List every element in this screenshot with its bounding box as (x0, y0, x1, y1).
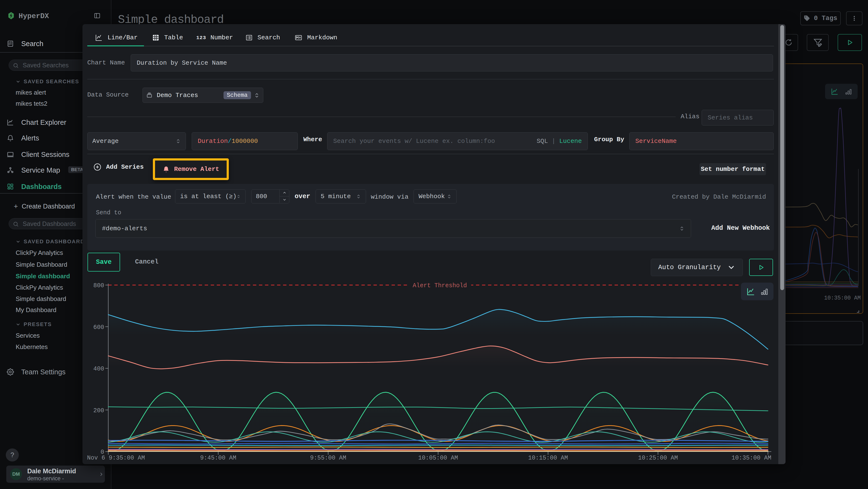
svg-text:10:15:00 AM: 10:15:00 AM (528, 455, 568, 461)
svg-text:9:45:00 AM: 9:45:00 AM (200, 455, 236, 461)
svg-text:Alert Threshold: Alert Threshold (412, 282, 467, 289)
svg-text:10:05:00 AM: 10:05:00 AM (418, 455, 458, 461)
svg-text:600: 600 (93, 324, 104, 331)
svg-text:0: 0 (100, 449, 104, 456)
svg-text:400: 400 (93, 366, 104, 372)
svg-text:10:35:00 AM: 10:35:00 AM (732, 455, 771, 461)
svg-text:10:25:00 AM: 10:25:00 AM (638, 455, 678, 461)
svg-text:9:55:00 AM: 9:55:00 AM (310, 455, 346, 461)
svg-text:800: 800 (93, 282, 104, 289)
svg-text:200: 200 (93, 407, 104, 414)
svg-text:Nov 6 9:35:00 AM: Nov 6 9:35:00 AM (87, 455, 145, 461)
